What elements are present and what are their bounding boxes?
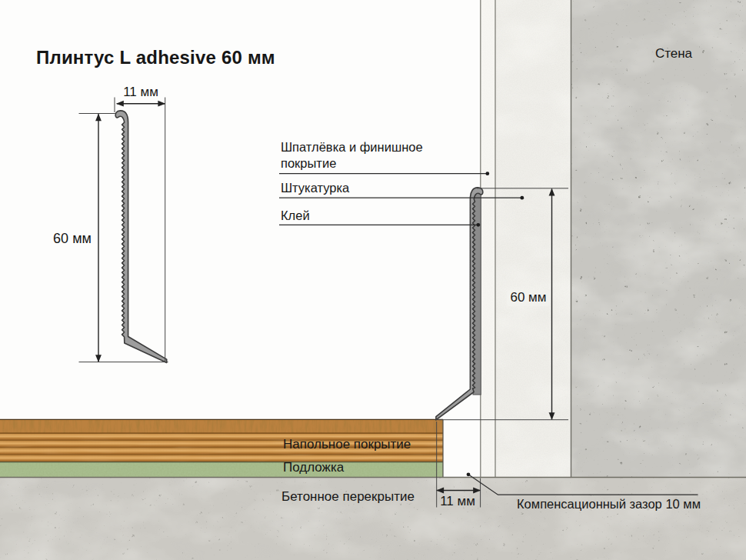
- profile-drawing: [115, 111, 166, 363]
- dim-label-profile-width: 11 мм: [116, 85, 165, 101]
- wall-section: [481, 0, 746, 478]
- callout-plaster: Штукатурка: [281, 180, 349, 195]
- floor-covering-label: Напольное покрытие: [283, 437, 411, 453]
- callout-putty: Шпатлёвка и финишное покрытие: [281, 139, 427, 172]
- page-title: Плинтус L adhesive 60 мм: [36, 46, 275, 68]
- installed-skirting: [436, 188, 483, 420]
- skirting-profile-drawing: [115, 111, 166, 363]
- underlay-label: Подложка: [283, 460, 344, 476]
- dim-label-installed-height: 60 мм: [507, 290, 550, 306]
- diagram-linework: [0, 0, 746, 560]
- skirting-installation-diagram: Плинтус L adhesive 60 мм 11 мм 60 мм 60 …: [0, 0, 746, 560]
- gap-label: Компенсационный зазор 10 мм: [517, 496, 701, 512]
- dim-label-installed-base: 11 мм: [434, 494, 481, 510]
- wall-label: Стена: [650, 46, 698, 62]
- dim-label-profile-height: 60 мм: [48, 231, 97, 248]
- callout-glue: Клей: [281, 208, 310, 223]
- slab-label: Бетонное перекрытие: [281, 489, 415, 505]
